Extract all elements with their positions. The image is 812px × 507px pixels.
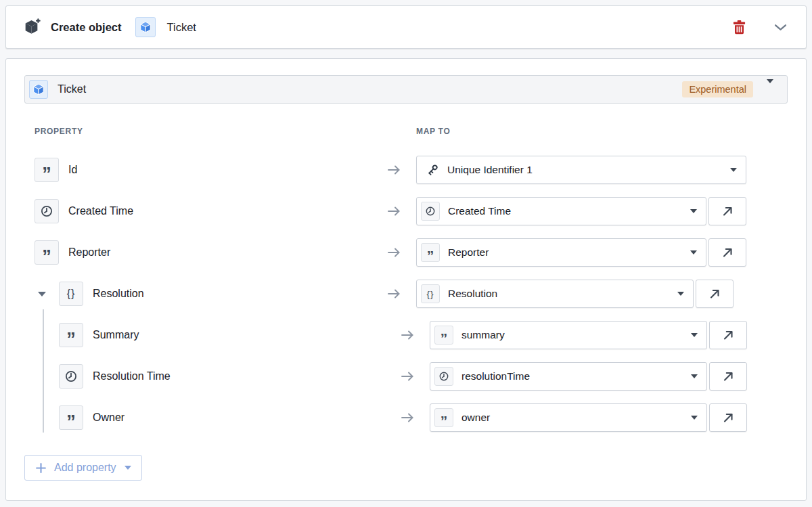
property-cell: ” Summary — [35, 323, 400, 347]
column-headers: PROPERTY MAP TO — [24, 127, 788, 136]
mapping-row-resolution: {} Resolution {} Resolution — [24, 280, 788, 308]
mapping-row-owner: ” Owner ” owner — [24, 403, 788, 432]
mapping-row-resolution-time: Resolution Time resolutionTime — [24, 362, 788, 391]
struct-type-icon: {} — [421, 284, 440, 303]
string-type-icon: ” — [59, 405, 83, 430]
add-property-button[interactable]: Add property — [24, 455, 142, 481]
mapping-row-id: ” Id Unique Identifier 1 — [24, 156, 788, 184]
plus-icon — [35, 462, 47, 474]
map-to-select-reporter[interactable]: ” Reporter — [416, 238, 706, 267]
open-column-button[interactable] — [708, 197, 746, 225]
timestamp-type-icon — [35, 199, 59, 223]
map-to-value: Unique Identifier 1 — [447, 164, 533, 176]
object-type-chip — [29, 80, 48, 99]
maps-to-arrow-icon — [400, 410, 430, 425]
arrow-top-right-icon — [708, 288, 721, 300]
property-label: Id — [68, 164, 77, 176]
maps-to-arrow-icon — [386, 286, 416, 301]
map-to-select-id[interactable]: Unique Identifier 1 — [416, 156, 746, 184]
map-to-value: Resolution — [448, 288, 497, 300]
map-to-value: resolutionTime — [461, 370, 530, 382]
map-to-column-header: MAP TO — [416, 127, 450, 136]
delete-button[interactable] — [730, 18, 748, 37]
caret-down-icon — [690, 250, 697, 255]
property-label: Owner — [93, 412, 125, 424]
timestamp-type-icon — [434, 367, 453, 386]
mapping-row-created-time: Created Time Created Time — [24, 197, 788, 225]
cube-icon — [139, 20, 152, 34]
string-type-icon: ” — [434, 408, 453, 427]
timestamp-type-icon — [421, 202, 440, 221]
property-cell: ” Id — [35, 158, 386, 182]
property-cell: ” Reporter — [35, 240, 386, 265]
trash-icon — [733, 20, 746, 35]
string-type-icon: ” — [35, 240, 59, 265]
mapping-row-summary: ” Summary ” summary — [24, 321, 788, 349]
caret-down-icon — [691, 333, 698, 337]
property-cell: {} Resolution — [35, 282, 386, 306]
caret-down-icon — [690, 209, 697, 213]
property-label: Resolution — [93, 288, 144, 300]
arrow-top-right-icon — [722, 412, 734, 424]
chevron-down-icon — [774, 24, 787, 31]
caret-down-icon — [125, 466, 131, 470]
cube-icon — [32, 83, 45, 96]
caret-down-icon — [730, 168, 737, 172]
object-mapping-panel: Ticket Experimental PROPERTY MAP TO ” Id — [5, 58, 807, 501]
map-to-select-summary[interactable]: ” summary — [430, 321, 707, 349]
maps-to-arrow-icon — [400, 328, 430, 343]
struct-type-icon: {} — [59, 282, 83, 306]
mapping-row-reporter: ” Reporter ” Reporter — [24, 238, 788, 267]
arrow-top-right-icon — [722, 370, 734, 382]
open-column-button[interactable] — [709, 321, 747, 349]
open-column-button[interactable] — [709, 362, 747, 391]
map-to-select-resolution[interactable]: {} Resolution — [416, 280, 694, 308]
experimental-badge: Experimental — [682, 81, 753, 97]
collapse-node-button[interactable] — [771, 21, 790, 34]
caret-down-icon — [691, 416, 698, 420]
mapping-rows: ” Id Unique Identifier 1 — [24, 156, 788, 432]
collapse-struct-caret[interactable] — [35, 292, 59, 296]
arrow-top-right-icon — [721, 246, 734, 259]
property-label: Summary — [93, 329, 139, 341]
struct-children: ” Summary ” summary — [24, 321, 788, 432]
map-to-select-resolution-time[interactable]: resolutionTime — [430, 362, 707, 391]
map-to-value: Reporter — [448, 246, 489, 259]
indent-guide-line — [43, 309, 44, 433]
property-cell: Created Time — [35, 199, 386, 223]
timestamp-type-icon — [59, 364, 83, 389]
map-to-value: Created Time — [448, 205, 511, 217]
open-column-button[interactable] — [696, 280, 734, 308]
property-label: Created Time — [68, 205, 133, 217]
object-selector[interactable]: Ticket Experimental — [24, 75, 788, 104]
add-property-label: Add property — [54, 462, 116, 474]
board-node-header: Create object Ticket — [5, 5, 807, 49]
open-column-button[interactable] — [709, 403, 747, 432]
property-label: Reporter — [68, 246, 110, 259]
create-object-icon — [22, 18, 41, 37]
object-name: Ticket — [167, 21, 196, 34]
arrow-top-right-icon — [722, 329, 734, 341]
selected-object-name: Ticket — [58, 83, 86, 95]
open-column-button[interactable] — [708, 238, 746, 267]
map-to-select-owner[interactable]: ” owner — [430, 403, 707, 432]
caret-down-icon — [691, 374, 698, 378]
map-to-value: owner — [461, 412, 490, 424]
property-label: Resolution Time — [93, 370, 171, 382]
map-to-select-created-time[interactable]: Created Time — [416, 197, 706, 225]
node-title: Create object — [51, 21, 122, 34]
object-selector-caret[interactable] — [767, 83, 773, 95]
map-to-value: summary — [461, 329, 505, 341]
property-column-header: PROPERTY — [35, 127, 416, 136]
string-type-icon: ” — [59, 323, 83, 347]
property-cell: ” Owner — [35, 405, 400, 430]
maps-to-arrow-icon — [386, 204, 416, 219]
key-icon — [426, 163, 439, 177]
arrow-top-right-icon — [721, 205, 734, 217]
maps-to-arrow-icon — [386, 245, 416, 260]
maps-to-arrow-icon — [386, 162, 416, 177]
maps-to-arrow-icon — [400, 369, 430, 384]
property-cell: Resolution Time — [35, 364, 400, 389]
string-type-icon: ” — [421, 243, 440, 262]
object-type-chip — [135, 17, 156, 37]
